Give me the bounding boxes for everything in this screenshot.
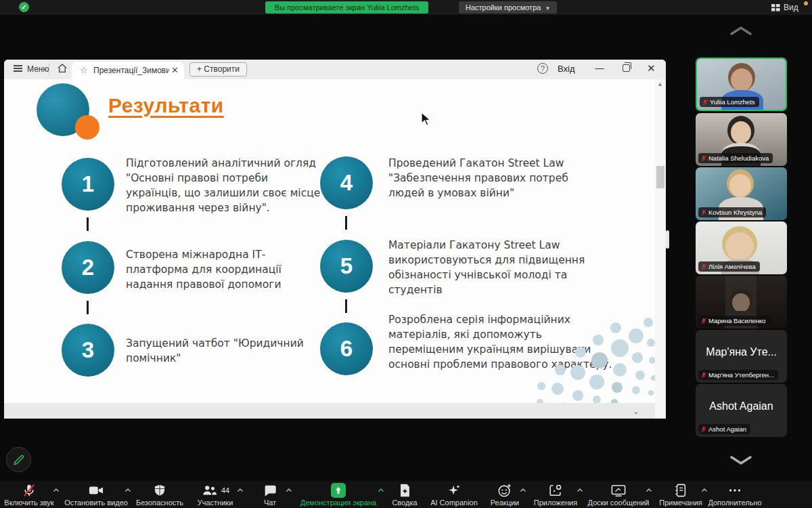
slide-logo-dot: [75, 115, 99, 140]
page-bottom-strip: ⌄: [4, 403, 655, 419]
panel-collapse-chevron-icon[interactable]: [729, 25, 753, 36]
participant-tile[interactable]: Ashot Agaian Ashot Agaian: [696, 384, 787, 437]
help-icon[interactable]: ?: [537, 63, 548, 74]
mic-muted-icon: [701, 209, 706, 216]
participant-tile[interactable]: Марина Василенко: [696, 276, 787, 329]
screen-sharing-banner: Вы просматриваете экран Yuliia Lomzhets: [265, 1, 428, 14]
connector-line: [87, 301, 89, 314]
reactions-button[interactable]: Реакции: [484, 482, 525, 508]
scroll-up-arrow-icon[interactable]: ▲: [657, 81, 663, 87]
participant-display-name: Ashot Agaian: [696, 400, 787, 412]
chevron-up-icon[interactable]: [237, 488, 244, 492]
bookmark-star-icon[interactable]: ☆: [80, 65, 88, 75]
login-button[interactable]: Вхід: [558, 64, 575, 74]
shared-browser-window: Меню ☆ Презентації_Зимови... ✕ + Створит…: [4, 60, 666, 419]
participant-tile[interactable]: Мар'яна Уте... Мар'яна Утепберген...: [696, 330, 787, 383]
participant-tile[interactable]: Лілія Амелічева: [696, 221, 787, 274]
security-button[interactable]: Безопасность: [134, 482, 185, 508]
chevron-up-icon[interactable]: [646, 488, 652, 492]
apps-button[interactable]: Приложения: [529, 482, 582, 508]
view-settings-dropdown[interactable]: Настройки просмотра▼: [459, 1, 557, 14]
step-text-2: Створена міжнародна ІТ-платформа для коо…: [126, 247, 322, 292]
mouse-cursor: [421, 112, 432, 127]
chevron-up-icon[interactable]: [577, 488, 583, 492]
browser-menu-button[interactable]: Меню: [14, 64, 49, 74]
browser-scrollbar[interactable]: ▲: [655, 79, 666, 419]
participants-button[interactable]: 44 Участники: [188, 482, 242, 508]
mic-muted-icon: [701, 426, 706, 433]
participant-name-label: Ashot Agaian: [698, 424, 750, 434]
mic-muted-icon: [22, 483, 37, 498]
chat-icon: [263, 483, 277, 498]
home-icon: [57, 63, 68, 74]
security-shield-icon: ✓: [19, 2, 29, 12]
connector-line: [345, 299, 347, 313]
zoom-meeting-window: ✓ Вы просматриваете экран Yuliia Lomzhet…: [0, 0, 812, 508]
mic-muted-icon: [701, 318, 706, 324]
participants-count: 44: [221, 486, 229, 494]
participant-name-label: Natalia Sheludiakova: [698, 153, 773, 163]
step-text-3: Запущений чатбот "Юридичний помічник": [126, 336, 322, 366]
chevron-down-icon: ▼: [545, 5, 550, 12]
step-circle-6: 6: [320, 322, 373, 375]
summary-button[interactable]: Сводка: [387, 482, 422, 508]
chevron-up-icon[interactable]: [125, 488, 131, 492]
connector-line: [87, 217, 89, 231]
chevron-up-icon[interactable]: [286, 488, 292, 492]
step-text-4: Проведений Гакатон Street Law "Забезпече…: [388, 156, 605, 200]
step-text-5: Матеріали Гакатону Street Law використов…: [388, 238, 614, 297]
browser-tab[interactable]: ☆ Презентації_Зимови... ✕: [72, 62, 184, 79]
participant-name-label: Марина Василенко: [698, 316, 769, 326]
pencil-icon: [12, 453, 26, 467]
new-tab-button[interactable]: + Створити: [189, 62, 247, 77]
hamburger-icon: [14, 64, 22, 73]
more-dots-icon: [727, 483, 742, 498]
divider: [49, 64, 49, 75]
slide-title: Результати: [108, 94, 224, 117]
stop-video-button[interactable]: Остановить видео: [62, 482, 130, 508]
whiteboard-icon: [610, 483, 627, 498]
mic-muted-icon: [701, 372, 706, 379]
chevron-up-icon[interactable]: [378, 488, 384, 492]
browser-header: Меню ☆ Презентації_Зимови... ✕ + Створит…: [4, 60, 666, 79]
home-button[interactable]: [57, 63, 68, 77]
whiteboards-button[interactable]: Доски сообщений: [586, 482, 651, 508]
tab-title: Презентації_Зимови...: [93, 66, 169, 75]
step-circle-1: 1: [62, 158, 114, 211]
tab-close-icon[interactable]: ✕: [171, 65, 179, 75]
grid-view-icon: [771, 4, 780, 12]
more-button[interactable]: Дополнительно: [706, 482, 763, 508]
presentation-slide: Результати 1 Підготовлений аналітичний о…: [4, 79, 655, 403]
scrollbar-thumb[interactable]: [656, 166, 664, 188]
window-minimize-button[interactable]: —: [594, 63, 605, 74]
scroll-down-chevron-icon[interactable]: ⌄: [633, 408, 639, 415]
annotate-button[interactable]: [6, 447, 31, 472]
shield-icon: [153, 483, 166, 498]
notes-button[interactable]: Примечания: [655, 482, 706, 508]
chat-button[interactable]: Чат: [249, 482, 291, 508]
unmute-button[interactable]: Включить звук: [0, 482, 58, 508]
ai-companion-button[interactable]: AI Companion: [425, 482, 483, 508]
mic-muted-icon: [701, 263, 706, 270]
participant-tile[interactable]: Yuliia Lomzhets: [696, 58, 787, 111]
share-screen-button[interactable]: Демонстрация экрана: [294, 482, 383, 508]
participant-display-name: Мар'яна Уте...: [696, 346, 787, 358]
panel-scroll-down-chevron-icon[interactable]: [729, 455, 753, 466]
participant-name-label: Мар'яна Утепберген...: [698, 370, 778, 380]
participant-tile[interactable]: Natalia Sheludiakova: [696, 113, 787, 166]
meeting-toolbar: Включить звук Остановить видео Безопасно…: [0, 481, 812, 508]
participants-icon: [201, 483, 217, 498]
chevron-up-icon[interactable]: [520, 488, 526, 492]
window-close-button[interactable]: ✕: [647, 62, 656, 75]
participant-name-label: Yuliia Lomzhets: [700, 97, 759, 107]
share-edge-scrollbar-thumb[interactable]: [666, 230, 669, 249]
chevron-up-icon[interactable]: [53, 488, 60, 492]
camera-icon: [88, 483, 104, 498]
mic-muted-icon: [701, 155, 706, 162]
step-circle-2: 2: [62, 241, 114, 294]
participant-tile[interactable]: Kovtsun Khrystyna: [696, 167, 787, 220]
view-button[interactable]: Вид: [771, 1, 798, 14]
window-restore-button[interactable]: [623, 64, 630, 72]
meeting-topbar: ✓ Вы просматриваете экран Yuliia Lomzhet…: [0, 0, 812, 15]
step-circle-4: 4: [320, 156, 373, 209]
